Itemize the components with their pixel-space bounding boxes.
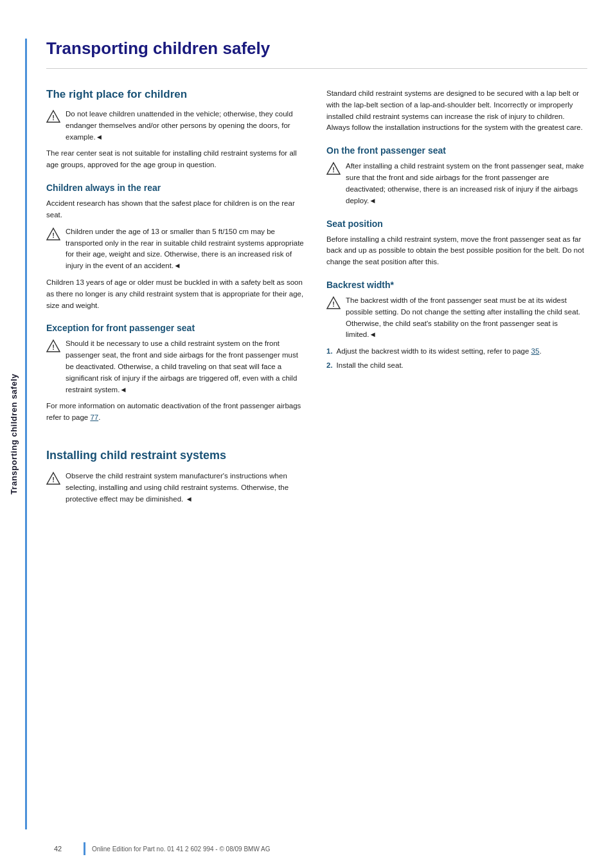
warning-text-1: Do not leave children unattended in the …	[66, 109, 307, 143]
section-heading-seat-position: Seat position	[326, 219, 587, 229]
numbered-list: 1. Adjust the backrest width to its wide…	[326, 346, 587, 372]
warning-icon-right-2: !	[326, 296, 341, 310]
warning-icon-1: !	[46, 109, 60, 123]
footer: 42 Online Edition for Part no. 01 41 2 6…	[27, 842, 613, 855]
svg-text:!: !	[332, 166, 335, 174]
page-container: Transporting children safely Transportin…	[0, 0, 613, 868]
link-page-35[interactable]: 35	[531, 347, 540, 355]
warning-text-3: Should it be necessary to use a child re…	[66, 338, 307, 395]
main-content: Transporting children safely The right p…	[27, 0, 613, 868]
section-heading-front-seat: On the front passenger seat	[326, 145, 587, 156]
warning-block-right-2: ! The backrest width of the front passen…	[326, 295, 587, 341]
two-col-layout: The right place for children ! Do not le…	[46, 88, 587, 511]
warning-icon-3: !	[46, 339, 60, 353]
warning-text-2: Children under the age of 13 or smaller …	[66, 226, 307, 272]
list-item-2: 2. Install the child seat.	[326, 360, 587, 372]
installing-heading: Installing child restraint systems	[46, 448, 307, 463]
svg-text:!: !	[332, 300, 335, 308]
section-heading-children-rear: Children always in the rear	[46, 183, 307, 193]
left-para-2: Accident research has shown that the saf…	[46, 198, 307, 221]
page-title: Transporting children safely	[46, 39, 587, 69]
list-number-2: 2.	[326, 360, 333, 372]
footer-line	[84, 842, 85, 855]
installing-section: Installing child restraint systems ! Obs…	[46, 442, 307, 505]
right-column: Standard child restraint systems are des…	[326, 88, 587, 511]
left-para-3: Children 13 years of age or older must b…	[46, 277, 307, 311]
svg-text:!: !	[52, 114, 55, 122]
list-item-2-text: Install the child seat.	[337, 360, 404, 372]
warning-icon-2: !	[46, 227, 60, 241]
warning-text-4: Observe the child restraint system manuf…	[66, 471, 307, 505]
left-column: The right place for children ! Do not le…	[46, 88, 307, 511]
sidebar-label: Transporting children safely	[9, 374, 19, 494]
list-item-1: 1. Adjust the backrest width to its wide…	[326, 346, 587, 357]
link-page-77[interactable]: 77	[90, 413, 98, 421]
warning-block-right-1: ! After installing a child restraint sys…	[326, 161, 587, 206]
warning-block-3: ! Should it be necessary to use a child …	[46, 338, 307, 395]
warning-block-4: ! Observe the child restraint system man…	[46, 471, 307, 505]
right-para-1: Standard child restraint systems are des…	[326, 88, 587, 134]
warning-text-right-2: The backrest width of the front passenge…	[346, 295, 587, 341]
left-para-1: The rear center seat is not suitable for…	[46, 148, 307, 171]
list-number-1: 1.	[326, 346, 333, 357]
footer-page-number: 42	[54, 845, 73, 853]
warning-icon-4: !	[46, 471, 60, 485]
warning-text-right-1: After installing a child restraint syste…	[346, 161, 587, 206]
svg-text:!: !	[52, 476, 55, 484]
sidebar: Transporting children safely	[0, 0, 27, 868]
warning-block-2: ! Children under the age of 13 or smalle…	[46, 226, 307, 272]
section-heading-right-place: The right place for children	[46, 88, 307, 101]
section-heading-backrest: Backrest width*	[326, 280, 587, 290]
warning-block-1: ! Do not leave children unattended in th…	[46, 109, 307, 143]
list-item-1-text: Adjust the backrest width to its widest …	[337, 346, 542, 357]
warning-icon-right-1: !	[326, 161, 341, 176]
footer-note: Online Edition for Part no. 01 41 2 602 …	[92, 845, 271, 853]
svg-text:!: !	[52, 231, 55, 239]
svg-text:!: !	[52, 343, 55, 351]
left-para-4: For more information on automatic deacti…	[46, 401, 307, 424]
right-para-2: Before installing a child restraint syst…	[326, 234, 587, 268]
section-heading-exception: Exception for front passenger seat	[46, 323, 307, 333]
